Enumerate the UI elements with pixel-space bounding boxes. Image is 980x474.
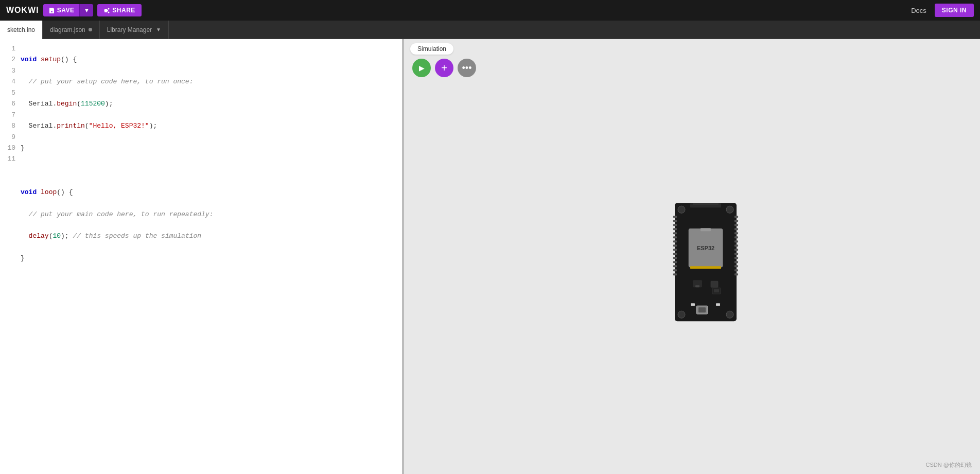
board-container: ESP32 (672, 200, 739, 326)
chevron-down-icon: ▼ (83, 7, 90, 14)
svg-point-0 (108, 8, 110, 9)
svg-rect-30 (734, 244, 738, 247)
editor-scroll[interactable]: 1 2 3 4 5 6 7 8 9 10 11 void setup() { /… (0, 39, 402, 474)
svg-rect-41 (701, 228, 711, 231)
svg-point-2 (104, 10, 106, 11)
save-dropdown-button[interactable]: ▼ (79, 4, 93, 16)
tab-library-label: Library Manager (107, 26, 152, 33)
tab-library[interactable]: Library Manager ▼ (100, 21, 169, 39)
svg-rect-10 (673, 224, 677, 226)
svg-rect-12 (673, 232, 677, 234)
play-button[interactable]: ▶ (412, 59, 431, 77)
svg-rect-49 (691, 303, 695, 306)
svg-rect-18 (673, 257, 677, 259)
svg-rect-34 (734, 261, 738, 263)
share-button[interactable]: SHARE (97, 4, 142, 16)
save-button[interactable]: SAVE (43, 4, 80, 16)
svg-rect-17 (673, 253, 677, 255)
main: 1 2 3 4 5 6 7 8 9 10 11 void setup() { /… (0, 39, 980, 474)
topbar: WOKWI SAVE ▼ SHARE Docs SIGN IN (0, 0, 980, 21)
svg-point-7 (726, 311, 733, 318)
play-icon: ▶ (419, 64, 425, 72)
watermark-text: CSDN @你的幻镜 (926, 462, 972, 468)
svg-rect-37 (734, 273, 738, 275)
signin-button[interactable]: SIGN IN (935, 4, 974, 17)
sim-tab-simulation[interactable]: Simulation (410, 43, 453, 55)
tab-diagram[interactable]: diagram.json (43, 21, 100, 39)
svg-text:ESP32: ESP32 (696, 245, 714, 251)
svg-rect-19 (673, 261, 677, 263)
watermark: CSDN @你的幻镜 (926, 461, 972, 469)
wokwi-logo: WOKWI (6, 6, 39, 15)
topbar-left: WOKWI SAVE ▼ SHARE (6, 4, 142, 16)
svg-rect-33 (734, 257, 738, 259)
chevron-down-icon: ▼ (156, 27, 161, 32)
svg-rect-26 (734, 228, 738, 230)
svg-rect-20 (673, 265, 677, 267)
code-editor[interactable]: 1 2 3 4 5 6 7 8 9 10 11 void setup() { /… (0, 39, 404, 474)
svg-rect-25 (734, 224, 738, 226)
svg-rect-23 (734, 216, 738, 218)
save-label: SAVE (57, 7, 75, 14)
svg-rect-13 (673, 236, 677, 238)
add-component-button[interactable]: + (435, 59, 453, 77)
code-content[interactable]: void setup() { // put your setup code he… (21, 43, 402, 308)
tab-sketch-label: sketch.ino (7, 26, 35, 33)
sim-tab-label: Simulation (417, 45, 446, 52)
sim-tab-bar: Simulation (404, 39, 980, 55)
svg-rect-29 (734, 240, 738, 242)
svg-rect-36 (734, 269, 738, 271)
svg-point-1 (108, 11, 110, 13)
svg-rect-22 (673, 273, 677, 275)
svg-rect-39 (693, 203, 719, 205)
topbar-right: Docs SIGN IN (911, 4, 974, 17)
svg-rect-8 (673, 216, 677, 218)
esp32-board: ESP32 (672, 200, 739, 324)
share-icon (103, 7, 110, 14)
svg-rect-15 (673, 244, 677, 247)
share-label: SHARE (112, 7, 135, 14)
svg-rect-48 (698, 307, 706, 312)
svg-rect-52 (714, 289, 719, 292)
svg-rect-50 (716, 303, 720, 306)
simulation-panel: Simulation ▶ + ••• (404, 39, 980, 474)
svg-rect-14 (673, 240, 677, 242)
svg-rect-31 (734, 249, 738, 251)
tabbar: sketch.ino diagram.json Library Manager … (0, 21, 980, 39)
tab-diagram-label: diagram.json (50, 26, 85, 33)
tab-diagram-dirty-dot (89, 28, 92, 31)
svg-rect-24 (734, 220, 738, 222)
svg-point-5 (726, 206, 733, 213)
add-icon: + (441, 62, 447, 74)
svg-rect-11 (673, 228, 677, 230)
svg-rect-32 (734, 253, 738, 255)
svg-point-6 (678, 311, 685, 318)
svg-rect-27 (734, 232, 738, 234)
tab-sketch[interactable]: sketch.ino (0, 21, 43, 39)
svg-point-4 (678, 206, 685, 213)
svg-rect-28 (734, 236, 738, 238)
more-icon: ••• (462, 63, 472, 74)
code-area: 1 2 3 4 5 6 7 8 9 10 11 void setup() { /… (0, 39, 402, 312)
svg-rect-16 (673, 249, 677, 251)
svg-rect-21 (673, 269, 677, 271)
svg-rect-35 (734, 265, 738, 267)
svg-rect-45 (695, 285, 699, 287)
svg-rect-46 (711, 281, 718, 287)
docs-link[interactable]: Docs (911, 7, 926, 14)
more-options-button[interactable]: ••• (458, 59, 476, 77)
svg-rect-9 (673, 220, 677, 222)
sim-controls: ▶ + ••• (404, 55, 980, 81)
save-icon (48, 7, 55, 14)
line-numbers: 1 2 3 4 5 6 7 8 9 10 11 (0, 43, 21, 308)
svg-rect-43 (690, 266, 721, 269)
